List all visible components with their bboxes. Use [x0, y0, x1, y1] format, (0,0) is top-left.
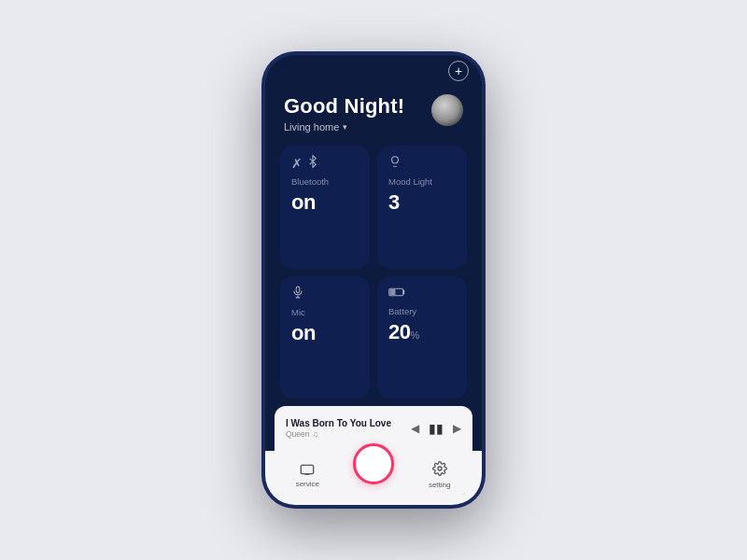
artist-name: Queen [286, 429, 310, 439]
play-pause-button[interactable]: ▮▮ [429, 421, 444, 436]
service-nav-label: service [296, 480, 319, 488]
battery-card[interactable]: Battery 20% [377, 276, 467, 399]
service-icon [300, 463, 315, 478]
location-row[interactable]: Living home ▾ [284, 121, 404, 133]
greeting-title: Good Night! [284, 94, 404, 119]
next-button[interactable]: ▶ [453, 422, 461, 435]
mood-light-value: 3 [388, 190, 456, 215]
svg-rect-3 [302, 465, 314, 473]
bluetooth-icon: ✗ [291, 155, 359, 171]
home-button[interactable] [353, 443, 394, 484]
battery-value: 20% [388, 320, 456, 344]
home-nav-center [341, 455, 407, 496]
mic-icon [291, 286, 359, 301]
music-note-icon: ♫ [313, 429, 318, 439]
mic-value: on [291, 321, 359, 345]
bulb-icon [388, 155, 456, 171]
status-bar: + [265, 55, 482, 81]
music-info: I Was Born To You Love Queen ♫ [286, 418, 391, 439]
svg-point-4 [438, 467, 442, 470]
bluetooth-card[interactable]: ✗ Bluetooth on [280, 146, 370, 269]
mic-label: Mic [291, 307, 359, 317]
svg-rect-0 [296, 287, 300, 292]
phone-screen: + Good Night! Living home ▾ ✗ [265, 55, 482, 505]
prev-button[interactable]: ◀ [411, 422, 419, 435]
bluetooth-label: Bluetooth [291, 176, 359, 187]
music-artist: Queen ♫ [286, 429, 391, 439]
music-title: I Was Born To You Love [286, 418, 391, 428]
chevron-down-icon: ▾ [343, 122, 347, 132]
service-nav-item[interactable]: service [275, 463, 341, 488]
mood-light-label: Mood Light [388, 176, 456, 187]
home-button-inner [359, 450, 388, 478]
add-icon: + [455, 63, 462, 78]
bluetooth-value: on [291, 190, 359, 215]
setting-nav-label: setting [429, 481, 451, 489]
svg-rect-2 [390, 289, 396, 295]
setting-nav-item[interactable]: setting [406, 461, 472, 489]
battery-icon [388, 286, 456, 301]
music-controls: ◀ ▮▮ ▶ [411, 421, 461, 436]
greeting-section: Good Night! Living home ▾ [284, 94, 404, 133]
cards-grid: ✗ Bluetooth on Mood Light 3 [265, 142, 482, 406]
mic-card[interactable]: Mic on [280, 276, 370, 399]
battery-label: Battery [388, 306, 456, 316]
bottom-nav: service setting [265, 451, 482, 505]
location-text: Living home [284, 121, 339, 133]
avatar[interactable] [431, 94, 463, 126]
setting-icon [432, 461, 447, 479]
battery-unit: % [410, 329, 418, 341]
header: Good Night! Living home ▾ [265, 81, 482, 142]
phone-frame: + Good Night! Living home ▾ ✗ [261, 51, 486, 509]
mood-light-card[interactable]: Mood Light 3 [377, 146, 467, 269]
add-button[interactable]: + [448, 61, 469, 81]
